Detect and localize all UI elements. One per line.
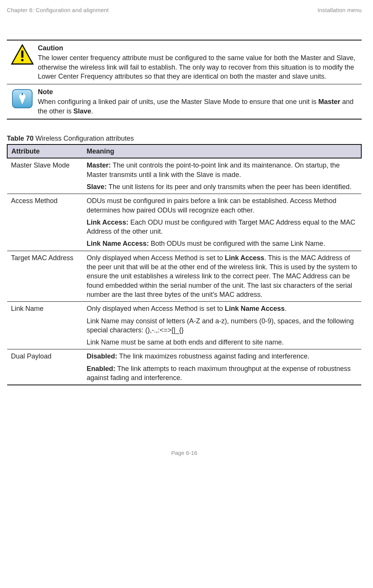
svg-rect-1 [21,51,23,58]
col-header-attribute: Attribute [7,144,83,158]
attr-meaning: Disabled: The link maximizes robustness … [83,349,361,385]
label-link-access: Link Access: [87,219,128,226]
attr-meaning: Master: The unit controls the point-to-p… [83,158,361,194]
label-disabled: Disabled: [87,352,117,360]
caution-body: The lower center frequency attribute mus… [38,53,360,81]
text: ODUs must be configured in pairs before … [87,196,357,215]
table-row: Link Name Only displayed when Access Met… [7,302,361,349]
attr-name: Master Slave Mode [7,158,83,194]
attr-name: Link Name [7,302,83,349]
attr-meaning: Only displayed when Access Method is set… [83,251,361,301]
label-master: Master: [87,161,111,169]
text-pre: Only displayed when Access Method is set… [87,254,225,262]
caution-text: Caution The lower center frequency attri… [38,43,362,81]
table-row: Master Slave Mode Master: The unit contr… [7,158,361,194]
caution-title: Caution [38,43,360,53]
label-link-name-access: Link Name Access: [87,240,149,247]
label-enabled: Enabled: [87,365,115,372]
svg-rect-2 [21,59,23,61]
note-body: When configuring a linked pair of units,… [38,97,360,116]
label-link-name-access: Link Name Access [225,305,284,312]
attr-meaning: ODUs must be configured in pairs before … [83,194,361,251]
note-master: Master [318,98,340,105]
text-post: . [285,305,287,312]
table-row: Access Method ODUs must be configured in… [7,194,361,251]
attr-name: Target MAC Address [7,251,83,301]
note-icon [11,88,34,109]
text: The link attempts to reach maximum throu… [87,365,351,382]
text: Both ODUs must be configured with the sa… [149,240,325,247]
text: Link Name must be same at both ends and … [87,338,357,347]
attr-name: Dual Payload [7,349,83,385]
note-icon-col [7,87,38,116]
note-title: Note [38,87,360,96]
caution-callout: Caution The lower center frequency attri… [7,40,362,84]
note-body-post: . [91,107,93,115]
table-title: Wireless Configuration attributes [34,135,134,142]
note-text: Note When configuring a linked pair of u… [38,87,362,116]
page-label: Page [171,450,186,456]
table-number: Table 70 [7,135,34,142]
attr-meaning: Only displayed when Access Method is set… [83,302,361,349]
text-pre: Only displayed when Access Method is set… [87,305,225,312]
table-row: Target MAC Address Only displayed when A… [7,251,361,301]
attributes-table: Attribute Meaning Master Slave Mode Mast… [7,144,362,385]
text: The unit controls the point-to-point lin… [87,161,340,178]
table-caption: Table 70 Wireless Configuration attribut… [7,135,362,143]
label-slave: Slave: [87,183,107,191]
callout-group: Caution The lower center frequency attri… [7,40,362,119]
label-link-access: Link Access [225,254,264,262]
table-row: Dual Payload Disabled: The link maximize… [7,349,361,385]
col-header-meaning: Meaning [83,144,361,158]
page-number: 6-16 [186,450,197,456]
text: Link Name may consist of letters (A-Z an… [87,316,357,335]
page-header: Chapter 6: Configuration and alignment I… [7,7,362,13]
table-header-row: Attribute Meaning [7,144,361,158]
note-slave: Slave [73,107,91,115]
caution-icon-col [7,43,38,81]
note-callout: Note When configuring a linked pair of u… [7,84,362,119]
caution-icon [11,44,34,65]
text: The unit listens for its peer and only t… [107,183,351,191]
chapter-title: Chapter 6: Configuration and alignment [7,7,109,13]
text: The link maximizes robustness against fa… [117,352,309,360]
page-container: Chapter 6: Configuration and alignment I… [0,0,373,467]
svg-rect-6 [22,93,23,95]
attr-name: Access Method [7,194,83,251]
section-title: Installation menu [317,7,362,13]
page-footer: Page 6-16 [7,450,362,456]
note-body-pre: When configuring a linked pair of units,… [38,98,318,105]
